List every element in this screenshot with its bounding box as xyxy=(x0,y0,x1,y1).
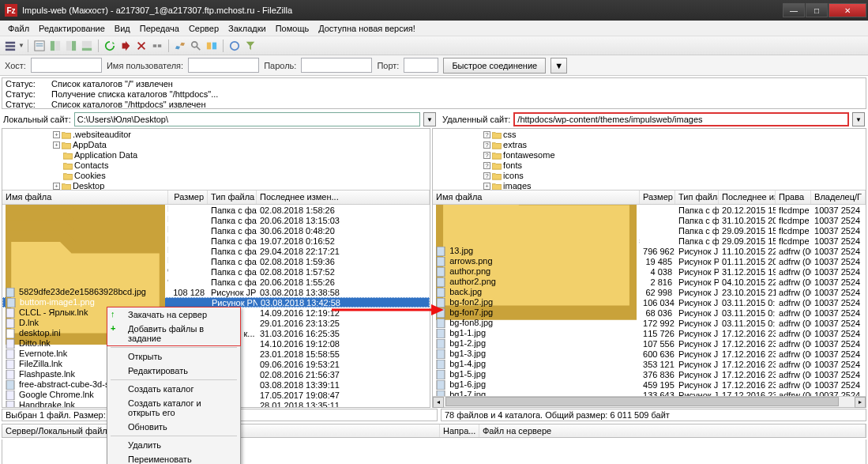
table-row[interactable]: bg1-5.jpg376 836Рисунок J...17.12.2016 2… xyxy=(433,369,866,379)
col-size[interactable]: Размер xyxy=(168,191,208,204)
col-modified[interactable]: Последнее измен... xyxy=(257,191,430,204)
table-row[interactable]: bg1-6.jpg459 195Рисунок J...17.12.2016 2… xyxy=(433,379,866,390)
user-input[interactable] xyxy=(188,58,259,73)
table-row[interactable]: bg1-2.jpg107 556Рисунок J...17.12.2016 2… xyxy=(433,338,866,349)
tree-item[interactable]: ?fonts xyxy=(436,160,862,171)
col-perms[interactable]: Права xyxy=(776,191,811,204)
remote-path-input[interactable] xyxy=(513,112,849,126)
svg-rect-51 xyxy=(437,390,445,396)
table-row[interactable]: author.png4 038Рисунок P...31.12.2015 19… xyxy=(433,266,866,277)
quickconnect-bar: Хост: Имя пользователя: Пароль: Порт: Бы… xyxy=(0,55,868,76)
ctx-open[interactable]: Открыть xyxy=(107,349,240,364)
ctx-delete[interactable]: Удалить xyxy=(107,438,240,452)
menu-bar: ФайлРедактированиеВидПередачаСерверЗакла… xyxy=(0,21,868,36)
menu-Передача[interactable]: Передача xyxy=(135,22,184,35)
tree-item[interactable]: +images xyxy=(436,181,862,191)
process-queue-button[interactable] xyxy=(118,39,133,53)
window-title: Impuls-web (Макхост) - a217307_1@a217307… xyxy=(22,6,782,15)
tree-item[interactable]: ?icons xyxy=(436,171,862,181)
sitemanager-dropdown[interactable]: ▼ xyxy=(19,39,24,53)
ctx-edit[interactable]: Редактировать xyxy=(107,364,240,378)
table-row[interactable]: arrows.png19 485Рисунок P...01.11.2015 2… xyxy=(433,256,866,266)
ctx-upload[interactable]: ↑Закачать на сервер xyxy=(107,307,240,322)
table-row[interactable]: bg-fon8.jpg172 992Рисунок J...03.11.2015… xyxy=(433,318,866,328)
table-row[interactable]: bg-fon2.jpg106 034Рисунок J...03.11.2015… xyxy=(433,297,866,307)
menu-Закладки[interactable]: Закладки xyxy=(224,22,271,35)
col-type[interactable]: Тип файла xyxy=(675,191,719,204)
col-remote-file[interactable]: Файл на сервере xyxy=(479,424,866,437)
tree-item[interactable]: ?fontawesome xyxy=(436,150,862,160)
ctx-create-dir[interactable]: Создать каталог xyxy=(107,382,240,396)
tree-item[interactable]: Contacts xyxy=(6,160,426,171)
maximize-button[interactable]: □ xyxy=(806,3,828,17)
remote-tree[interactable]: ?css?extras?fontawesome?fonts?icons+imag… xyxy=(433,129,866,191)
toggle-local-tree-button[interactable] xyxy=(48,39,62,53)
table-row[interactable]: back.jpg62 998Рисунок J...23.10.2015 21:… xyxy=(433,287,866,297)
remote-h-scrollbar[interactable]: ◂ ▸ xyxy=(433,396,866,407)
local-path-input[interactable] xyxy=(74,112,420,126)
ctx-refresh[interactable]: Обновить xyxy=(107,420,240,434)
message-log[interactable]: Статус: Список каталогов "/" извлеченСта… xyxy=(2,77,866,109)
col-name[interactable]: Имя файла xyxy=(433,191,640,204)
close-button[interactable]: ✕ xyxy=(829,3,866,17)
tree-item[interactable]: ?extras xyxy=(436,140,862,150)
refresh-button[interactable] xyxy=(103,39,117,53)
table-row[interactable]: bg1-1.jpg115 726Рисунок J...17.12.2016 2… xyxy=(433,328,866,338)
ctx-add-queue[interactable]: +Добавить файлы в задание xyxy=(107,322,240,345)
table-row[interactable]: bg-fon7.jpg68 036Рисунок J...03.11.2015 … xyxy=(433,307,866,318)
sitemanager-button[interactable] xyxy=(3,39,17,53)
table-row[interactable]: bg1-7.jpg133 643Рисунок J...17.12.2016 2… xyxy=(433,390,866,396)
table-row[interactable]: author2.png2 816Рисунок P...04.10.2015 2… xyxy=(433,277,866,287)
menu-Редактирование[interactable]: Редактирование xyxy=(34,22,110,35)
table-row[interactable]: Фото для InstagrammПапка с файл...20.06.… xyxy=(2,277,430,287)
table-row[interactable]: 13.jpg796 962Рисунок J...11.10.2015 22:0… xyxy=(433,246,866,256)
toggle-remote-tree-button[interactable] xyxy=(64,39,78,53)
disconnect-button[interactable] xyxy=(150,39,164,53)
tree-item[interactable]: +Desktop xyxy=(6,181,426,191)
local-tree[interactable]: +.websiteauditor+AppDataApplication Data… xyxy=(2,129,430,191)
remote-file-list[interactable]: bgПапка с ф...20.12.2015 15:0...flcdmpe … xyxy=(433,205,866,396)
log-line: Статус: Получение списка каталогов "/htt… xyxy=(6,89,862,100)
table-row[interactable]: spritesПапка с ф...29.09.2015 15:0...flc… xyxy=(433,236,866,246)
svg-rect-41 xyxy=(437,288,445,297)
tree-item[interactable]: Cookies xyxy=(6,171,426,181)
remote-site-bar: Удаленный сайт: ▼ xyxy=(439,111,868,128)
menu-Сервер[interactable]: Сервер xyxy=(184,22,224,35)
cancel-button[interactable] xyxy=(134,39,148,53)
tree-item[interactable]: +AppData xyxy=(6,140,426,150)
local-path-dropdown[interactable]: ▼ xyxy=(423,112,436,126)
menu-Помощь[interactable]: Помощь xyxy=(271,22,314,35)
tree-item[interactable]: ?css xyxy=(436,130,862,140)
toggle-log-button[interactable] xyxy=(32,39,47,53)
menu-Вид[interactable]: Вид xyxy=(110,22,135,35)
ctx-rename[interactable]: Переименовать xyxy=(107,452,240,464)
filter-button[interactable] xyxy=(189,39,203,53)
col-type[interactable]: Тип файла xyxy=(208,191,257,204)
sync-browse-button[interactable] xyxy=(227,39,242,53)
pass-input[interactable] xyxy=(301,58,372,73)
col-name[interactable]: Имя файла xyxy=(2,191,168,204)
col-size[interactable]: Размер xyxy=(640,191,675,204)
quickconnect-dropdown[interactable]: ▼ xyxy=(550,58,567,74)
remote-path-dropdown[interactable]: ▼ xyxy=(852,112,865,126)
col-modified[interactable]: Последнее из... xyxy=(719,191,776,204)
compare-button[interactable] xyxy=(205,39,219,53)
table-row[interactable]: 5829dfe23de2e15863928bcd.jpg108 128Рисун… xyxy=(2,287,430,297)
toggle-queue-button[interactable] xyxy=(80,39,94,53)
table-row[interactable]: bg1-3.jpg600 636Рисунок J...17.12.2016 2… xyxy=(433,349,866,359)
col-direction[interactable]: Напра... xyxy=(440,424,479,437)
col-owner[interactable]: Владелец/Г xyxy=(811,191,866,204)
host-input[interactable] xyxy=(31,58,102,73)
find-button[interactable] xyxy=(243,39,257,53)
minimize-button[interactable]: — xyxy=(783,3,805,17)
tree-item[interactable]: Application Data xyxy=(6,150,426,160)
ctx-create-dir-open[interactable]: Создать каталог и открыть его xyxy=(107,396,240,420)
port-input[interactable] xyxy=(404,58,438,73)
reconnect-button[interactable] xyxy=(173,39,187,53)
menu-Файл[interactable]: Файл xyxy=(3,22,34,35)
table-row[interactable]: bg1-4.jpg353 121Рисунок J...17.12.2016 2… xyxy=(433,359,866,369)
menu-Доступна новая версия![interactable]: Доступна новая версия! xyxy=(314,22,420,35)
quickconnect-button[interactable]: Быстрое соединение xyxy=(443,58,546,74)
svg-rect-45 xyxy=(437,329,445,338)
tree-item[interactable]: +.websiteauditor xyxy=(6,130,426,140)
